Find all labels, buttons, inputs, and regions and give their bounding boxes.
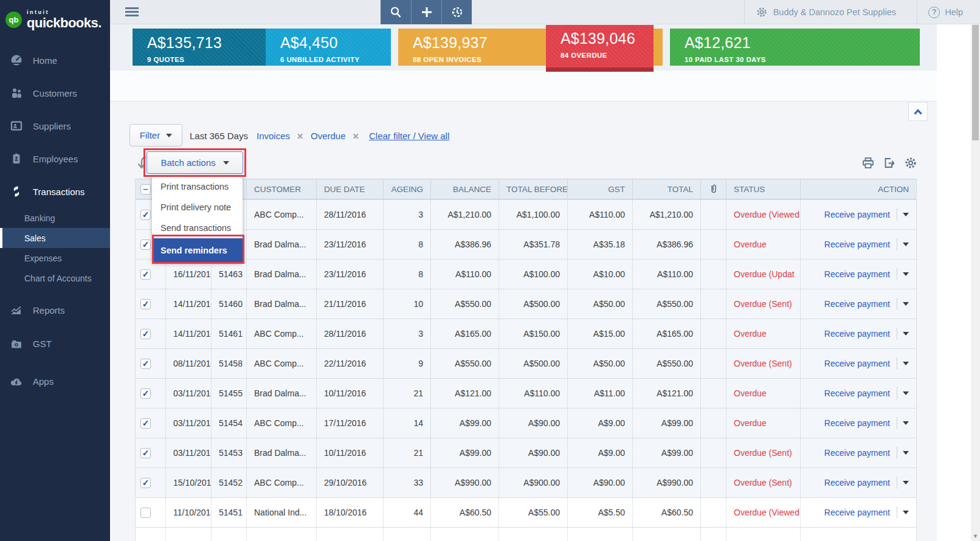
filter-chip-invoices[interactable]: Invoices ✕ xyxy=(257,131,303,141)
select-all-checkbox[interactable] xyxy=(140,184,151,195)
receive-payment-link[interactable]: Receive payment xyxy=(824,329,890,339)
hamburger-icon[interactable] xyxy=(125,7,139,17)
sidebar-item-banking[interactable]: Banking xyxy=(0,208,110,228)
collapse-money-bar-button[interactable] xyxy=(908,102,928,121)
sidebar-item-transactions[interactable]: Transactions xyxy=(0,175,110,208)
sidebar-item-suppliers[interactable]: Suppliers xyxy=(0,109,110,142)
header-status[interactable]: STATUS xyxy=(726,179,801,199)
receive-payment-link[interactable]: Receive payment xyxy=(824,448,890,458)
export-icon[interactable] xyxy=(883,156,896,170)
receive-payment-link[interactable]: Receive payment xyxy=(824,478,890,488)
header-ageing[interactable]: AGEING xyxy=(384,179,431,199)
receive-payment-link[interactable]: Receive payment xyxy=(824,508,890,517)
row-checkbox[interactable] xyxy=(140,388,151,399)
receive-payment-link[interactable]: Receive payment xyxy=(824,210,890,219)
receive-payment-link[interactable]: Receive payment xyxy=(824,269,890,279)
action-caret-icon[interactable] xyxy=(903,511,909,514)
cell-customer[interactable]: ABC Comp... xyxy=(247,468,317,497)
header-due-date[interactable]: DUE DATE xyxy=(317,179,384,199)
sidebar-item-sales[interactable]: Sales xyxy=(0,228,110,248)
menu-item[interactable]: Print delivery note xyxy=(152,197,243,218)
recent-transactions-button[interactable] xyxy=(441,0,472,24)
action-caret-icon[interactable] xyxy=(903,213,909,216)
gear-icon[interactable] xyxy=(904,156,917,170)
print-icon[interactable] xyxy=(861,156,875,170)
action-caret-icon[interactable] xyxy=(903,481,909,484)
receive-payment-link[interactable]: Receive payment xyxy=(824,239,890,249)
sidebar-item-employees[interactable]: Employees xyxy=(0,142,110,175)
action-caret-icon[interactable] xyxy=(903,421,909,425)
receive-payment-link[interactable]: Receive payment xyxy=(824,359,890,368)
header-total-before[interactable]: TOTAL BEFORE xyxy=(499,179,568,199)
cell-customer[interactable]: ABC Comp... xyxy=(247,349,317,378)
sidebar-item-customers[interactable]: Customers xyxy=(0,77,110,109)
receive-payment-link[interactable]: Receive payment xyxy=(824,388,890,398)
quickbooks-logo[interactable]: qb intuit quickbooks. xyxy=(0,0,110,30)
row-checkbox[interactable] xyxy=(140,359,151,369)
receive-payment-link[interactable]: Receive payment xyxy=(824,299,890,309)
moneybar-segment-overdue[interactable]: A$139,046 84 OVERDUE xyxy=(546,25,654,72)
header-action[interactable]: ACTION xyxy=(801,179,916,199)
cell-customer[interactable]: Brad Dalma... xyxy=(247,260,317,289)
header-balance[interactable]: BALANCE xyxy=(431,179,499,199)
moneybar-segment-unbilled[interactable]: A$4,450 6 UNBILLED ACTIVITY xyxy=(266,29,391,66)
cell-customer[interactable]: ABC Comp... xyxy=(247,319,317,348)
menu-item[interactable]: Print transactions xyxy=(152,176,243,197)
sidebar-item-chart-of-accounts[interactable]: Chart of Accounts xyxy=(0,268,110,288)
action-caret-icon[interactable] xyxy=(903,451,909,455)
company-settings[interactable]: Buddy & Dannozo Pet Supplies xyxy=(744,0,907,24)
row-checkbox[interactable] xyxy=(140,418,151,429)
menu-item[interactable]: Send reminders xyxy=(152,238,243,263)
header-gst[interactable]: GST xyxy=(568,179,633,199)
action-caret-icon[interactable] xyxy=(903,302,909,306)
moneybar-segment-open-invoices[interactable]: A$139,937 88 OPEN INVOICES xyxy=(398,29,546,66)
batch-actions-button[interactable]: Batch actions xyxy=(147,151,243,174)
scrollbar-down-arrow[interactable]: ▼ xyxy=(971,533,980,539)
create-new-button[interactable] xyxy=(411,0,441,24)
sidebar-item-expenses[interactable]: Expenses xyxy=(0,248,110,268)
sidebar-item-reports[interactable]: Reports xyxy=(0,297,110,324)
sidebar-item-gst[interactable]: GST xyxy=(0,330,110,357)
cell-customer[interactable]: Brad Dalma... xyxy=(247,438,317,467)
sidebar-item-apps[interactable]: Apps xyxy=(0,365,110,398)
row-checkbox[interactable] xyxy=(140,448,151,458)
row-checkbox[interactable] xyxy=(140,299,151,309)
moneybar-segment-quotes[interactable]: A$135,713 9 QUOTES xyxy=(133,29,266,66)
header-customer[interactable]: CUSTOMER xyxy=(247,179,317,199)
help-button[interactable]: ? Help xyxy=(917,0,980,24)
action-caret-icon[interactable] xyxy=(903,362,909,365)
search-button[interactable] xyxy=(381,0,411,24)
filter-chip-overdue[interactable]: Overdue ✕ xyxy=(311,131,359,141)
action-caret-icon[interactable] xyxy=(903,391,909,395)
close-icon[interactable]: ✕ xyxy=(353,131,359,141)
receive-payment-link[interactable]: Receive payment xyxy=(824,418,890,428)
row-checkbox[interactable] xyxy=(140,329,151,339)
row-checkbox[interactable] xyxy=(140,508,151,518)
menu-item[interactable]: Send transactions xyxy=(152,218,243,238)
sidebar-item-home[interactable]: Home xyxy=(0,44,110,77)
row-checkbox[interactable] xyxy=(140,239,151,250)
action-caret-icon[interactable] xyxy=(903,332,909,336)
action-caret-icon[interactable] xyxy=(903,243,909,246)
close-icon[interactable]: ✕ xyxy=(297,131,303,141)
cell-customer[interactable]: Brad Dalma... xyxy=(247,230,317,259)
cell-customer[interactable]: Brad Dalma... xyxy=(247,379,317,408)
qb-logo-icon: qb xyxy=(5,12,22,28)
clear-filter-link[interactable]: Clear filter / View all xyxy=(369,131,449,141)
header-total[interactable]: TOTAL xyxy=(633,179,701,199)
moneybar-segment-open-invoices-edge[interactable] xyxy=(654,29,663,66)
cell-customer[interactable]: ABC Comp... xyxy=(247,200,317,229)
header-attachments[interactable] xyxy=(701,179,726,199)
row-checkbox[interactable] xyxy=(140,269,151,280)
cell-customer[interactable]: Brad Dalma... xyxy=(247,289,317,319)
cell-no: 51460 xyxy=(212,289,247,319)
moneybar-segment-paid[interactable]: A$12,621 10 PAID LAST 30 DAYS xyxy=(670,29,920,66)
row-checkbox[interactable] xyxy=(140,478,151,488)
action-caret-icon[interactable] xyxy=(903,272,909,276)
cell-customer[interactable]: National Ind... xyxy=(247,498,317,527)
vertical-scrollbar[interactable]: ▼ xyxy=(971,24,980,541)
row-checkbox[interactable] xyxy=(140,210,151,220)
cell-customer[interactable]: ABC Comp... xyxy=(247,408,317,438)
scrollbar-thumb[interactable] xyxy=(972,25,979,140)
filter-button[interactable]: Filter xyxy=(129,124,182,146)
